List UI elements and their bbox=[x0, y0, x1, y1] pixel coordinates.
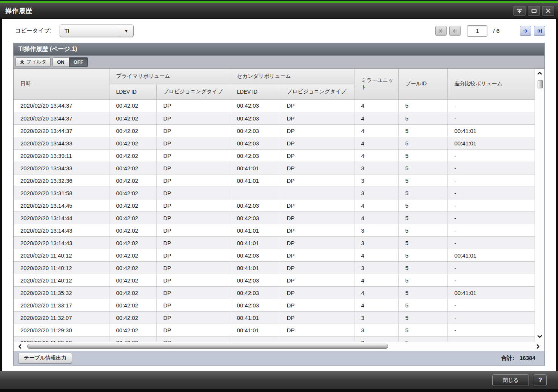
table-row[interactable]: 2020/02/20 11:40:1200:42:02DP00:41:01DP3… bbox=[14, 262, 535, 274]
scroll-up-icon[interactable] bbox=[535, 72, 544, 75]
column-header-diff-volume[interactable]: 差分比較ボリューム bbox=[447, 69, 535, 99]
cell-diff-volume: - bbox=[447, 237, 535, 249]
copy-type-dropdown[interactable]: TI ▼ bbox=[60, 25, 134, 37]
cell-secondary-ldev-id: 00:42:03 bbox=[230, 112, 280, 125]
cell-datetime: 2020/02/20 11:33:17 bbox=[14, 299, 109, 312]
table-row[interactable]: 2020/02/20 13:32:3600:42:02DP00:41:01DP3… bbox=[14, 174, 535, 187]
table-body: 2020/02/20 13:44:3700:42:02DP00:42:03DP4… bbox=[14, 100, 535, 342]
cell-pool-id: 5 bbox=[398, 336, 447, 342]
scroll-right-icon[interactable] bbox=[535, 344, 541, 349]
maximize-icon[interactable] bbox=[528, 6, 540, 16]
scroll-down-icon[interactable] bbox=[535, 335, 544, 338]
cell-primary-prov-type: DP bbox=[156, 125, 230, 137]
cell-primary-prov-type: DP bbox=[156, 324, 230, 336]
cell-datetime: 2020/02/20 13:14:43 bbox=[14, 237, 109, 249]
table-row[interactable]: 2020/02/20 11:33:1700:42:02DP00:42:03DP4… bbox=[14, 299, 535, 312]
table-title: TI操作履歴 (ページ.1) bbox=[18, 45, 77, 53]
cell-primary-prov-type: DP bbox=[156, 100, 230, 112]
table-row[interactable]: 2020/02/20 13:44:3700:42:02DP00:42:03DP4… bbox=[14, 125, 535, 137]
table-row[interactable]: 2020/02/20 11:40:1200:42:02DP00:42:03DP4… bbox=[14, 274, 535, 287]
cell-primary-prov-type: DP bbox=[156, 299, 230, 312]
horizontal-scroll-thumb[interactable] bbox=[27, 344, 388, 349]
cell-pool-id: 5 bbox=[398, 299, 447, 312]
cell-diff-volume: - bbox=[447, 312, 535, 324]
column-header-datetime[interactable]: 日時 bbox=[14, 69, 109, 99]
dialog-titlebar: 操作履歴 bbox=[0, 3, 558, 19]
table-row[interactable]: 2020/02/20 13:14:4500:42:02DP00:42:03DP4… bbox=[14, 199, 535, 212]
column-header-primary-prov-type[interactable]: プロビジョニングタイプ bbox=[156, 84, 230, 100]
column-header-primary-ldev-id[interactable]: LDEV ID bbox=[109, 84, 156, 100]
cell-primary-ldev-id: 00:42:02 bbox=[109, 174, 156, 187]
vertical-scrollbar[interactable] bbox=[535, 69, 544, 342]
cell-mirror-unit: 3 bbox=[354, 336, 398, 342]
cell-primary-ldev-id: 00:42:02 bbox=[109, 137, 156, 150]
table-row[interactable]: 2020/02/20 13:39:1100:42:02DP00:42:03DP4… bbox=[14, 150, 535, 162]
cell-secondary-ldev-id: 00:41:01 bbox=[230, 162, 280, 174]
cell-secondary-prov-type: DP bbox=[280, 100, 354, 112]
last-page-button[interactable] bbox=[534, 26, 545, 36]
cell-diff-volume: - bbox=[447, 174, 535, 187]
cell-datetime: 2020/02/20 11:40:12 bbox=[14, 262, 109, 274]
cell-datetime: 2020/02/20 13:14:44 bbox=[14, 212, 109, 224]
column-group-primary-volume[interactable]: プライマリボリューム bbox=[109, 69, 230, 84]
table-row[interactable]: 2020/02/20 13:34:3300:42:02DP00:41:01DP3… bbox=[14, 162, 535, 174]
cell-diff-volume: - bbox=[447, 336, 535, 342]
table-row[interactable]: 2020/02/20 13:44:3300:42:02DP00:42:03DP4… bbox=[14, 137, 535, 150]
page-number-input[interactable] bbox=[467, 25, 487, 37]
close-icon[interactable] bbox=[542, 6, 554, 16]
table-row[interactable]: 2020/02/20 13:44:3700:42:02DP00:42:03DP4… bbox=[14, 112, 535, 125]
column-header-secondary-prov-type[interactable]: プロビジョニングタイプ bbox=[280, 84, 354, 100]
cell-secondary-ldev-id: 00:42:03 bbox=[230, 150, 280, 162]
total-value: 16384 bbox=[519, 355, 535, 361]
column-header-secondary-ldev-id[interactable]: LDEV ID bbox=[230, 84, 280, 100]
horizontal-scroll-track[interactable] bbox=[25, 343, 533, 349]
table-row[interactable]: 2020/02/20 13:44:3700:42:02DP00:42:03DP4… bbox=[14, 100, 535, 112]
cell-primary-prov-type: DP bbox=[156, 287, 230, 299]
help-button[interactable]: ? bbox=[534, 374, 547, 386]
table-row[interactable]: 2020/02/20 11:35:3200:42:02DP00:42:03DP4… bbox=[14, 287, 535, 299]
table-row[interactable]: 2020/02/20 13:14:4300:42:02DP00:41:01DP3… bbox=[14, 224, 535, 237]
cell-primary-ldev-id: 00:42:02 bbox=[109, 150, 156, 162]
export-table-button[interactable]: テーブル情報出力 bbox=[18, 353, 72, 363]
table-row[interactable]: 2020/02/20 13:14:4300:42:02DP00:41:01DP3… bbox=[14, 237, 535, 249]
column-group-secondary-volume[interactable]: セカンダリボリューム bbox=[230, 69, 354, 84]
dialog-title: 操作履歴 bbox=[5, 6, 32, 15]
filter-off-button[interactable]: OFF bbox=[69, 57, 88, 67]
table-body-viewport: 2020/02/20 13:44:3700:42:02DP00:42:03DP4… bbox=[14, 100, 535, 342]
table-row[interactable]: 2020/02/20 11:29:3000:42:02DP00:41:01DP3… bbox=[14, 324, 535, 336]
cell-secondary-ldev-id: 00:42:03 bbox=[230, 274, 280, 287]
horizontal-scrollbar[interactable] bbox=[14, 342, 544, 351]
cell-primary-ldev-id: 00:42:02 bbox=[109, 237, 156, 249]
cell-secondary-prov-type bbox=[280, 187, 354, 199]
table-row[interactable]: 2020/02/20 11:29:1000:42:02DP35- bbox=[14, 336, 535, 342]
cell-secondary-prov-type: DP bbox=[280, 287, 354, 299]
cell-diff-volume: - bbox=[447, 112, 535, 125]
table-row[interactable]: 2020/02/20 11:40:1200:42:02DP00:42:03DP4… bbox=[14, 249, 535, 262]
cell-diff-volume: 00:41:01 bbox=[447, 125, 535, 137]
first-page-button[interactable] bbox=[435, 26, 447, 36]
column-header-mirror-unit[interactable]: ミラーユニット bbox=[354, 69, 398, 99]
cell-primary-prov-type: DP bbox=[156, 336, 230, 342]
table-statusbar: テーブル情報出力 合計:16384 bbox=[14, 351, 544, 365]
vertical-scroll-thumb[interactable] bbox=[538, 80, 543, 88]
cell-primary-ldev-id: 00:42:02 bbox=[109, 162, 156, 174]
cell-pool-id: 5 bbox=[398, 274, 447, 287]
table-row[interactable]: 2020/02/20 11:32:0700:42:02DP00:41:01DP3… bbox=[14, 312, 535, 324]
filter-button[interactable]: フィルタ bbox=[15, 57, 51, 67]
cell-pool-id: 5 bbox=[398, 237, 447, 249]
previous-page-button[interactable] bbox=[449, 26, 461, 36]
close-button[interactable]: 閉じる bbox=[492, 374, 529, 386]
scroll-left-icon[interactable] bbox=[17, 344, 23, 349]
cell-datetime: 2020/02/20 11:29:10 bbox=[14, 336, 109, 342]
operation-history-dialog: 操作履歴 コピータ bbox=[0, 0, 558, 392]
filter-on-button[interactable]: ON bbox=[52, 57, 69, 67]
table-row[interactable]: 2020/02/20 13:14:4400:42:02DP00:42:03DP4… bbox=[14, 212, 535, 224]
column-header-pool-id[interactable]: プールID bbox=[398, 69, 447, 99]
cell-secondary-ldev-id bbox=[230, 187, 280, 199]
table-row[interactable]: 2020/02/20 13:31:5800:42:02DP35- bbox=[14, 187, 535, 199]
total-count: 合計:16384 bbox=[501, 355, 535, 362]
rollup-icon[interactable] bbox=[513, 6, 526, 16]
double-chevron-up-icon bbox=[20, 60, 25, 65]
next-page-button[interactable] bbox=[520, 26, 531, 36]
cell-datetime: 2020/02/20 13:32:36 bbox=[14, 174, 109, 187]
